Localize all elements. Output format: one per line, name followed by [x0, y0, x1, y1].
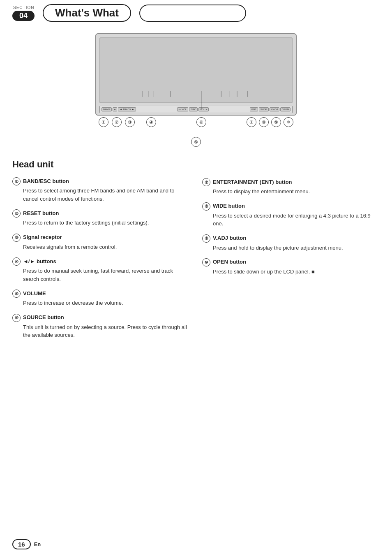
item-5-header: ⑤ VOLUME — [12, 290, 190, 298]
callout-6: ⑥ — [196, 117, 206, 127]
item-3-header: ③ Signal receptor — [12, 234, 190, 242]
section-badge: Section 04 — [12, 5, 35, 21]
item-3: ③ Signal receptor Receives signals from … — [12, 234, 190, 251]
callout-group-right: ⑦ ⑧ ⑨ ⑩ — [247, 117, 293, 127]
ctrl-group-mid: — VOL SRC VOL + — [177, 107, 209, 111]
item-3-num: ③ — [12, 234, 21, 242]
item-10-header: ⑩ OPEN button — [202, 258, 380, 266]
item-1-header: ① BAND/ESC button — [12, 177, 190, 185]
item-8-desc: Press to select a desired mode for enlar… — [202, 212, 380, 228]
item-8-name: WIDE button — [213, 203, 245, 209]
item-10-name: OPEN button — [213, 259, 246, 265]
item-5-num: ⑤ — [12, 290, 21, 298]
ctrl-open: OPEN — [280, 107, 291, 111]
item-2-desc: Press to return to the factory settings … — [12, 219, 190, 227]
section-number: 04 — [12, 11, 35, 21]
page-number: 16 — [12, 539, 31, 549]
item-4-header: ④ ◄/► buttons — [12, 257, 190, 266]
item-9-num: ⑨ — [202, 234, 210, 243]
device-control-bar: BAND ● ◄ TRACK ► — VOL SRC VOL + ENT WID… — [99, 106, 293, 113]
item-2-header: ② RESET button — [12, 209, 190, 218]
item-5: ⑤ VOLUME Press to increase or decrease t… — [12, 290, 190, 307]
item-3-desc: Receives signals from a remote control. — [12, 243, 190, 251]
callout-10: ⑩ — [284, 117, 293, 127]
item-1-desc: Press to select among three FM bands and… — [12, 187, 190, 203]
ctrl-ent: ENT — [250, 107, 258, 111]
ctrl-vol-plus: VOL + — [198, 107, 209, 111]
item-6-desc: This unit is turned on by selecting a so… — [12, 323, 190, 339]
item-2: ② RESET button Press to return to the fa… — [12, 209, 190, 227]
item-1: ① BAND/ESC button Press to select among … — [12, 177, 190, 203]
callout-4: ④ — [146, 117, 156, 127]
ctrl-vadj: V.ADJ — [270, 107, 279, 111]
callout-5: ⑤ — [191, 137, 201, 147]
device-diagram: BAND ● ◄ TRACK ► — VOL SRC VOL + ENT WID… — [89, 33, 303, 147]
diagram-area: BAND ● ◄ TRACK ► — VOL SRC VOL + ENT WID… — [0, 22, 392, 151]
ctrl-track: ◄ TRACK ► — [118, 107, 136, 111]
ctrl-vol-minus: — VOL — [177, 107, 189, 111]
page-title: What's What — [43, 4, 131, 22]
ctrl-dot: ● — [113, 107, 118, 111]
callout-group-left: ① ② ③ ④ — [99, 117, 156, 127]
item-8: ⑧ WIDE button Press to select a desired … — [202, 202, 380, 228]
item-8-header: ⑧ WIDE button — [202, 202, 380, 211]
section-label: Section — [13, 5, 34, 10]
ctrl-group-left: BAND ● ◄ TRACK ► — [101, 107, 136, 111]
item-4: ④ ◄/► buttons Press to do manual seek tu… — [12, 257, 190, 283]
item-1-name: BAND/ESC button — [23, 178, 69, 184]
item-6-name: SOURCE button — [23, 314, 64, 320]
ctrl-band: BAND — [101, 107, 112, 111]
item-9-name: V.ADJ button — [213, 235, 246, 241]
item-10-desc: Press to slide down or up the LCD panel.… — [202, 268, 380, 276]
item-9-desc: Press and hold to display the picture ad… — [202, 244, 380, 252]
item-6-header: ⑥ SOURCE button — [12, 314, 190, 322]
main-content: Head unit ① BAND/ESC button Press to sel… — [0, 151, 392, 358]
callout-2: ② — [112, 117, 122, 127]
item-4-name: ◄/► buttons — [23, 258, 56, 264]
item-7-num: ⑦ — [202, 178, 210, 186]
item-8-num: ⑧ — [202, 202, 210, 211]
item-5-desc: Press to increase or decrease the volume… — [12, 299, 190, 307]
ctrl-wide: WIDE — [259, 107, 269, 111]
item-10: ⑩ OPEN button Press to slide down or up … — [202, 258, 380, 276]
item-9: ⑨ V.ADJ button Press and hold to display… — [202, 234, 380, 252]
page-footer: 16 En — [12, 539, 41, 549]
callout-9: ⑨ — [271, 117, 281, 127]
device-screen — [99, 37, 293, 103]
head-unit-title: Head unit — [12, 159, 190, 170]
item-5-name: VOLUME — [23, 290, 46, 297]
ctrl-src: SRC — [189, 107, 198, 111]
right-column: ⑦ ENTERTAINMENT (ENT) button Press to di… — [198, 159, 380, 346]
item-7-header: ⑦ ENTERTAINMENT (ENT) button — [202, 178, 380, 186]
ctrl-group-right: ENT WIDE V.ADJ OPEN — [250, 107, 291, 111]
item-3-name: Signal receptor — [23, 234, 62, 240]
item-7-name: ENTERTAINMENT (ENT) button — [213, 179, 292, 185]
callout-8: ⑧ — [259, 117, 269, 127]
item-1-num: ① — [12, 177, 21, 185]
callout-bottom-row: ⑤ — [95, 130, 297, 147]
page-language: En — [34, 541, 41, 547]
item-10-num: ⑩ — [202, 258, 210, 266]
header-empty-pill — [139, 5, 246, 22]
item-6-num: ⑥ — [12, 314, 21, 322]
diagram-wrapper: BAND ● ◄ TRACK ► — VOL SRC VOL + ENT WID… — [95, 33, 297, 116]
item-2-name: RESET button — [23, 210, 59, 216]
device-body: BAND ● ◄ TRACK ► — VOL SRC VOL + ENT WID… — [95, 33, 297, 116]
item-9-header: ⑨ V.ADJ button — [202, 234, 380, 243]
callout-3: ③ — [125, 117, 135, 127]
item-4-desc: Press to do manual seek tuning, fast for… — [12, 267, 190, 283]
item-6: ⑥ SOURCE button This unit is turned on b… — [12, 314, 190, 339]
item-7: ⑦ ENTERTAINMENT (ENT) button Press to di… — [202, 178, 380, 196]
callout-7: ⑦ — [247, 117, 256, 127]
page-header: Section 04 What's What — [0, 0, 392, 22]
callout-1: ① — [99, 117, 108, 127]
item-4-num: ④ — [12, 257, 21, 266]
item-7-desc: Press to display the entertainment menu. — [202, 188, 380, 196]
item-2-num: ② — [12, 209, 21, 218]
left-column: Head unit ① BAND/ESC button Press to sel… — [12, 159, 198, 346]
